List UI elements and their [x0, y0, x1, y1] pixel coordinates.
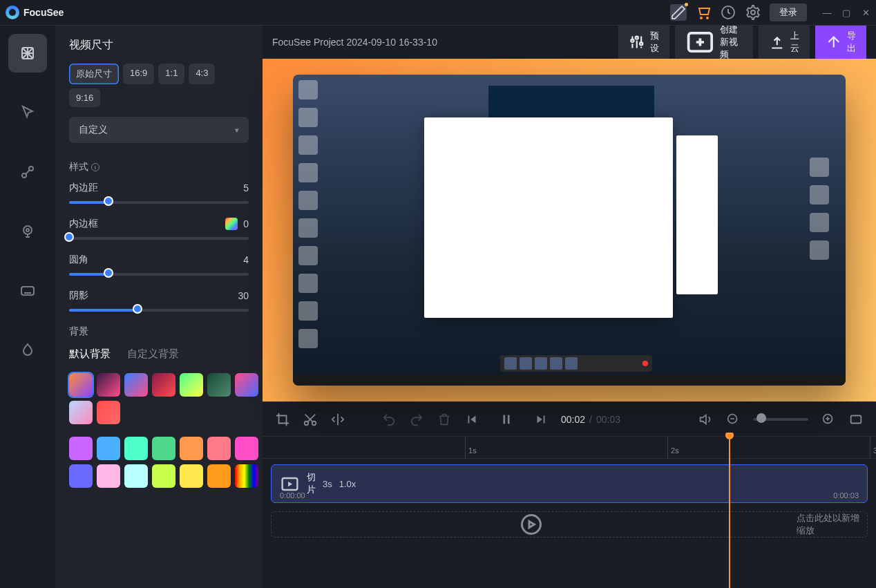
ruler-tick: 3s: [870, 437, 876, 458]
bg-tab-default[interactable]: 默认背景: [69, 348, 111, 361]
app-logo-icon: [6, 6, 19, 19]
split-icon[interactable]: [330, 412, 345, 427]
volume-icon[interactable]: [698, 412, 713, 427]
settings-icon[interactable]: [745, 4, 761, 21]
next-icon[interactable]: [533, 412, 549, 427]
padding-slider[interactable]: [69, 201, 249, 204]
bg-swatch[interactable]: [235, 437, 258, 460]
bg-swatch[interactable]: [69, 437, 93, 460]
bg-swatch[interactable]: [235, 373, 258, 397]
bg-heading: 背景: [69, 325, 249, 338]
bg-swatch[interactable]: [180, 373, 203, 397]
bg-swatch[interactable]: [69, 401, 93, 424]
bg-swatch[interactable]: [124, 373, 148, 397]
fit-icon[interactable]: [848, 412, 864, 427]
timeline-clip[interactable]: 切片 3s 1.0x 0:00:00 0:00:03: [271, 464, 868, 503]
rail-cursor[interactable]: [8, 93, 47, 132]
border-label: 内边框: [69, 218, 98, 230]
svg-point-0: [701, 17, 702, 19]
rail-canvas[interactable]: [8, 34, 47, 73]
bg-swatch[interactable]: [124, 464, 148, 488]
cart-icon[interactable]: [695, 4, 712, 21]
bg-swatch[interactable]: [152, 437, 175, 460]
pause-icon[interactable]: [499, 412, 514, 427]
history-icon[interactable]: [720, 4, 736, 21]
bg-swatch[interactable]: [207, 373, 231, 397]
bg-swatch[interactable]: [97, 401, 120, 424]
delete-icon[interactable]: [437, 412, 452, 427]
play-circle-icon: [272, 512, 791, 537]
rail-caption[interactable]: [8, 272, 47, 310]
ratio-4:3[interactable]: 4:3: [189, 64, 215, 84]
playhead[interactable]: [729, 433, 730, 588]
ruler-tick: 2s: [667, 437, 679, 458]
padding-value: 5: [243, 182, 249, 193]
svg-rect-9: [21, 287, 34, 295]
login-button[interactable]: 登录: [770, 3, 807, 21]
bg-swatch[interactable]: [69, 373, 93, 397]
project-title: FocuSee Project 2024-09-10 16-33-10: [272, 37, 437, 48]
svg-point-10: [631, 39, 634, 42]
bg-swatch[interactable]: [207, 464, 231, 488]
cut-icon[interactable]: [303, 412, 318, 427]
minimize-icon[interactable]: —: [822, 8, 832, 17]
padding-label: 内边距: [69, 182, 98, 194]
svg-point-7: [23, 226, 32, 234]
border-value: 0: [243, 218, 249, 229]
bg-swatch[interactable]: [180, 464, 203, 488]
ratio-原始尺寸[interactable]: 原始尺寸: [69, 64, 119, 84]
svg-point-22: [522, 515, 540, 534]
ratio-9:16[interactable]: 9:16: [69, 88, 100, 107]
border-slider[interactable]: [69, 237, 249, 240]
time-display: 00:02/00:03: [561, 414, 620, 425]
bg-swatch[interactable]: [69, 464, 93, 488]
radius-label: 圆角: [69, 254, 88, 266]
rail-camera[interactable]: [8, 212, 47, 251]
custom-size-dropdown[interactable]: 自定义 ▾: [69, 117, 249, 143]
add-zoom-button[interactable]: 点击此处以新增缩放: [271, 511, 868, 538]
radius-value: 4: [243, 254, 249, 265]
preview-canvas: [263, 59, 876, 401]
redo-icon[interactable]: [409, 412, 424, 427]
svg-point-1: [707, 17, 708, 19]
svg-point-8: [26, 229, 29, 231]
svg-point-3: [751, 10, 755, 15]
ratio-1:1[interactable]: 1:1: [158, 64, 184, 84]
bg-swatch[interactable]: [235, 464, 258, 488]
custom-size-label: 自定义: [79, 124, 108, 136]
edit-icon[interactable]: [670, 4, 687, 21]
ratio-16:9[interactable]: 16:9: [123, 64, 154, 84]
bg-swatch[interactable]: [152, 373, 175, 397]
bg-swatch[interactable]: [97, 437, 120, 460]
maximize-icon[interactable]: ▢: [841, 8, 851, 17]
crop-icon[interactable]: [275, 412, 290, 427]
bg-swatch[interactable]: [97, 373, 120, 397]
shadow-label: 阴影: [69, 290, 88, 302]
zoom-in-icon[interactable]: [821, 412, 836, 427]
close-icon[interactable]: ✕: [861, 8, 870, 17]
bg-swatch[interactable]: [124, 437, 148, 460]
svg-rect-20: [851, 415, 861, 423]
shadow-value: 30: [238, 290, 249, 301]
zoom-slider[interactable]: [753, 418, 808, 421]
panel-video-size: 视频尺寸: [69, 38, 249, 53]
rail-watermark[interactable]: [8, 331, 47, 370]
bg-tab-custom[interactable]: 自定义背景: [127, 348, 179, 361]
chevron-down-icon: ▾: [235, 126, 239, 135]
bg-swatch[interactable]: [207, 437, 231, 460]
ruler-tick: 1s: [465, 437, 477, 458]
bg-swatch[interactable]: [97, 464, 120, 488]
rail-clicks[interactable]: [8, 153, 47, 191]
svg-rect-16: [503, 415, 505, 424]
undo-icon[interactable]: [381, 412, 397, 427]
zoom-out-icon[interactable]: [725, 412, 741, 427]
border-color-swatch[interactable]: [225, 218, 238, 230]
info-icon: i: [91, 163, 99, 171]
bg-swatch[interactable]: [152, 464, 175, 488]
radius-slider[interactable]: [69, 273, 249, 276]
prev-icon[interactable]: [464, 412, 479, 427]
shadow-slider[interactable]: [69, 309, 249, 312]
app-name: FocuSee: [23, 7, 64, 18]
bg-swatch[interactable]: [180, 437, 203, 460]
svg-rect-17: [508, 415, 510, 424]
